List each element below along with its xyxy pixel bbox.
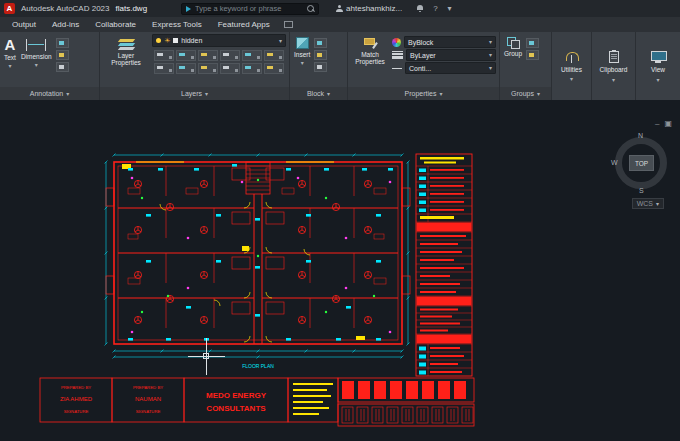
wcs-menu[interactable]: WCS ▾ <box>632 198 664 209</box>
prepared-by-1-heading: PREPARED BY <box>61 385 91 390</box>
logo-letter: A <box>7 4 13 13</box>
view-button[interactable]: View ▾ <box>636 32 680 100</box>
layer-tool-icon[interactable] <box>176 50 196 61</box>
layer-tools <box>152 49 286 75</box>
viewcube-west[interactable]: W <box>611 159 618 166</box>
help-icon[interactable]: ? <box>433 5 437 13</box>
layer-tool-icon[interactable] <box>154 63 174 74</box>
insert-button-label: Insert <box>294 51 310 58</box>
viewcube-north[interactable]: N <box>638 132 643 139</box>
layer-tool-icon[interactable] <box>176 63 196 74</box>
match-properties-button[interactable]: Match Properties <box>351 34 389 86</box>
model-space-canvas[interactable]: – ▣ N W S TOP WCS ▾ <box>0 100 680 441</box>
user-account-button[interactable]: ahteshamkhiz... <box>335 4 402 13</box>
ribbon-tab-collaborate[interactable]: Collaborate <box>87 17 144 32</box>
dimension-button[interactable]: Dimension ▾ <box>20 34 53 86</box>
layer-tool-icon[interactable] <box>264 50 284 61</box>
layer-tool-icon[interactable] <box>242 63 262 74</box>
leader-tool-icon[interactable] <box>56 50 69 60</box>
layer-on-bulb-icon[interactable] <box>156 38 161 43</box>
title-bar: A Autodesk AutoCAD 2023 flats.dwg Type a… <box>0 0 680 17</box>
clipboard-label: Clipboard <box>600 66 628 73</box>
ribbon-tab-express-tools[interactable]: Express Tools <box>144 17 210 32</box>
panel-clipboard: Clipboard ▾ <box>592 32 636 100</box>
autocad-logo[interactable]: A <box>4 3 15 14</box>
chevron-down-icon: ▾ <box>279 38 282 44</box>
layer-color-swatch-icon[interactable] <box>173 38 178 43</box>
chevron-down-icon: ▾ <box>35 62 38 68</box>
dimension-icon <box>26 39 46 51</box>
chevron-down-icon[interactable]: ▾ <box>448 5 452 13</box>
layer-thaw-sun-icon[interactable]: ☀ <box>164 37 170 44</box>
match-properties-label: Match Properties <box>352 51 388 66</box>
title-block-notes <box>293 383 333 415</box>
pickbox-cursor <box>203 353 209 359</box>
chevron-down-icon: ▾ <box>8 63 11 69</box>
layer-properties-button[interactable]: Layer Properties <box>103 34 149 86</box>
chevron-down-icon: ▾ <box>327 91 330 97</box>
prepared-by-1-name: ZIA AHMED <box>60 396 93 402</box>
viewcube-top-face[interactable]: TOP <box>629 155 654 171</box>
layer-tool-icon[interactable] <box>220 63 240 74</box>
object-color-dropdown[interactable]: ByBlock ▾ <box>404 36 496 48</box>
ribbon-tab-output[interactable]: Output <box>4 17 44 32</box>
insert-button[interactable]: Insert ▾ <box>293 34 311 86</box>
layer-tool-icon[interactable] <box>154 50 174 61</box>
chevron-down-icon: ▾ <box>612 77 615 83</box>
object-color-icon <box>392 38 401 47</box>
panel-label-groups[interactable]: Groups ▾ <box>500 87 551 100</box>
prepared-by-1-signature: SIGNATURE <box>64 409 89 414</box>
layer-tool-icon[interactable] <box>198 63 218 74</box>
panel-label-annotation[interactable]: Annotation ▾ <box>0 87 99 100</box>
document-title: flats.dwg <box>116 4 148 13</box>
consultant-name-line2: CONSULTANTS <box>206 404 266 413</box>
search-icon[interactable] <box>307 5 314 12</box>
viewcube-south[interactable]: S <box>639 187 644 194</box>
panel-properties: Match Properties ByBlock ▾ ByLayer <box>348 32 500 100</box>
title-block-strip: PREPARED BY ZIA AHMED SIGNATURE PREPARED… <box>40 378 474 426</box>
chevron-down-icon: ▾ <box>439 91 442 97</box>
clipboard-button[interactable]: Clipboard ▾ <box>592 32 635 100</box>
layer-tool-icon[interactable] <box>242 50 262 61</box>
notifications-icon[interactable] <box>416 5 423 13</box>
minimize-viewport-icon[interactable]: – <box>655 120 659 128</box>
panel-label-properties[interactable]: Properties ▾ <box>348 87 499 100</box>
ribbon-tab-featured-apps[interactable]: Featured Apps <box>210 17 278 32</box>
chevron-down-icon: ▾ <box>489 52 492 58</box>
panel-label-block[interactable]: Block ▾ <box>290 87 347 100</box>
linetype-dropdown[interactable]: Conti... ▾ <box>405 62 496 74</box>
chevron-down-icon: ▾ <box>656 77 659 83</box>
layer-tool-icon[interactable] <box>220 50 240 61</box>
group-edit-icon[interactable] <box>526 50 539 60</box>
layer-tool-icon[interactable] <box>198 50 218 61</box>
group-button[interactable]: Group <box>503 34 523 86</box>
monitor-icon <box>651 51 665 63</box>
table-tool-icon[interactable] <box>56 38 69 48</box>
layer-dropdown[interactable]: ☀ hidden ▾ <box>152 34 286 47</box>
text-button[interactable]: A Text ▾ <box>3 34 17 86</box>
search-box[interactable]: Type a keyword or phrase <box>181 3 319 15</box>
chevron-down-icon: ▾ <box>205 91 208 97</box>
ribbon-tab-addins[interactable]: Add-ins <box>44 17 87 32</box>
layer-tool-icon[interactable] <box>264 63 284 74</box>
edit-block-icon[interactable] <box>314 50 327 60</box>
viewcube[interactable]: N W S TOP <box>612 134 670 192</box>
search-placeholder: Type a keyword or phrase <box>195 4 303 13</box>
object-color-value: ByBlock <box>408 39 433 46</box>
ribbon-options-icon[interactable] <box>284 21 293 28</box>
match-properties-icon <box>364 37 377 49</box>
utilities-button[interactable]: Utilities ▾ <box>552 32 591 100</box>
plan-caption: FLOOR PLAN <box>242 363 274 369</box>
ungroup-icon[interactable] <box>526 38 539 48</box>
panel-annotation: A Text ▾ Dimension ▾ Annotation ▾ <box>0 32 100 100</box>
lineweight-dropdown[interactable]: ByLayer ▾ <box>406 49 496 61</box>
panel-label-layers[interactable]: Layers ▾ <box>100 87 289 100</box>
chevron-down-icon: ▾ <box>66 91 69 97</box>
viewport-layout-icon[interactable]: ▣ <box>664 120 672 128</box>
block-attributes-icon[interactable] <box>314 62 327 72</box>
create-block-icon[interactable] <box>314 38 327 48</box>
annotation-tool-icon[interactable] <box>56 62 69 72</box>
text-button-label: Text <box>4 54 16 61</box>
plan-magenta-points <box>131 177 392 334</box>
measure-icon <box>565 52 578 63</box>
